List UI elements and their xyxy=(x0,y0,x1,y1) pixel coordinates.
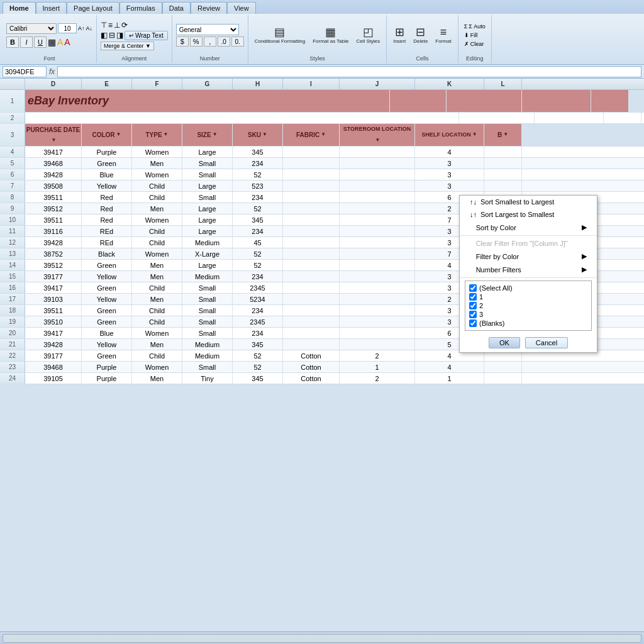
cell-13-0[interactable]: 38752 xyxy=(25,248,82,259)
cell-17-6[interactable] xyxy=(340,294,415,304)
filter-arrow-shelf[interactable]: ▼ xyxy=(472,132,477,138)
cell-11-5[interactable] xyxy=(283,226,340,236)
checkbox-blanks[interactable]: (Blanks) xyxy=(468,319,589,328)
cell-23-2[interactable]: Women xyxy=(132,362,182,372)
cell-5-7[interactable]: 3 xyxy=(415,158,484,169)
cell-20-4[interactable]: 234 xyxy=(233,328,283,338)
cell-21-0[interactable]: 39428 xyxy=(25,339,82,350)
cell-18-6[interactable] xyxy=(340,305,415,316)
cancel-button[interactable]: Cancel xyxy=(525,337,568,348)
cell-12-1[interactable]: REd xyxy=(82,237,132,248)
cell-7-5[interactable] xyxy=(283,180,340,191)
cell-9-3[interactable]: Large xyxy=(182,203,233,214)
tab-insert[interactable]: Insert xyxy=(36,2,67,14)
col-header-j[interactable]: J xyxy=(340,79,415,89)
cell-15-5[interactable] xyxy=(283,271,340,282)
cell-4-6[interactable] xyxy=(340,147,415,157)
checkbox-3[interactable]: 3 xyxy=(468,310,589,319)
cell-8-3[interactable]: Small xyxy=(182,192,233,203)
col-header-f[interactable]: F xyxy=(132,79,182,89)
cell-4-2[interactable]: Women xyxy=(132,147,182,157)
cell-21-3[interactable]: Medium xyxy=(182,339,233,350)
cell-19-5[interactable] xyxy=(283,316,340,327)
checkbox-3-input[interactable] xyxy=(469,311,477,318)
cell-16-5[interactable] xyxy=(283,282,340,293)
cell-9-0[interactable]: 39512 xyxy=(25,203,82,214)
cell-22-2[interactable]: Child xyxy=(132,350,182,361)
cell-18-3[interactable]: Small xyxy=(182,305,233,316)
col-header-k[interactable]: K xyxy=(415,79,484,89)
cell-19-4[interactable]: 2345 xyxy=(233,316,283,327)
col-header-g[interactable]: G xyxy=(182,79,233,89)
align-bottom-btn[interactable]: ⊥ xyxy=(114,21,120,30)
col-header-d[interactable]: D xyxy=(25,79,82,89)
cell-12-5[interactable] xyxy=(283,237,340,248)
font-size-decrease-btn[interactable]: A↓ xyxy=(86,25,93,31)
cell-6-2[interactable]: Women xyxy=(132,169,182,180)
cell-24-0[interactable]: 39105 xyxy=(25,373,82,384)
percent-btn[interactable]: % xyxy=(190,36,203,47)
cell-17-3[interactable]: Small xyxy=(182,294,233,304)
fill-btn[interactable]: ⬇ Fill xyxy=(462,31,487,39)
cell-23-8[interactable] xyxy=(484,362,522,372)
cell-16-2[interactable]: Child xyxy=(132,282,182,293)
comma-btn[interactable]: , xyxy=(204,36,216,47)
cell-22-6[interactable]: 2 xyxy=(340,350,415,361)
cell-11-2[interactable]: Child xyxy=(132,226,182,236)
cell-9-6[interactable] xyxy=(340,203,415,214)
cell-22-1[interactable]: Green xyxy=(82,350,132,361)
cell-10-5[interactable] xyxy=(283,214,340,225)
merge-center-button[interactable]: Merge & Center ▼ xyxy=(101,42,154,50)
font-family-select[interactable]: Calibri xyxy=(6,23,57,34)
cell-10-0[interactable]: 39511 xyxy=(25,214,82,225)
tab-home[interactable]: Home xyxy=(3,2,36,14)
cell-19-3[interactable]: Small xyxy=(182,316,233,327)
cell-12-0[interactable]: 39428 xyxy=(25,237,82,248)
align-right-btn[interactable]: ◨ xyxy=(116,31,123,40)
cell-13-5[interactable] xyxy=(283,248,340,259)
cell-20-5[interactable] xyxy=(283,328,340,338)
sort-desc-item[interactable]: ↓↑ Sort Largest to Smallest xyxy=(460,208,597,221)
cell-16-0[interactable]: 39417 xyxy=(25,282,82,293)
checkbox-select-all[interactable]: (Select All) xyxy=(468,284,589,292)
cell-23-4[interactable]: 52 xyxy=(233,362,283,372)
cell-15-2[interactable]: Men xyxy=(132,271,182,282)
cell-10-1[interactable]: Red xyxy=(82,214,132,225)
cell-4-3[interactable]: Large xyxy=(182,147,233,157)
tab-review[interactable]: Review xyxy=(191,2,227,14)
cell-23-5[interactable]: Cotton xyxy=(283,362,340,372)
cell-11-0[interactable]: 39116 xyxy=(25,226,82,236)
cell-15-6[interactable] xyxy=(340,271,415,282)
align-top-btn[interactable]: ⊤ xyxy=(101,21,107,30)
wrap-text-button[interactable]: ↵ Wrap Text xyxy=(125,31,168,40)
cell-21-4[interactable]: 345 xyxy=(233,339,283,350)
font-size-increase-btn[interactable]: A↑ xyxy=(78,25,85,31)
cell-6-0[interactable]: 39428 xyxy=(25,169,82,180)
cell-20-3[interactable]: Small xyxy=(182,328,233,338)
formula-input[interactable] xyxy=(57,66,641,77)
filter-arrow-color[interactable]: ▼ xyxy=(116,132,121,138)
cell-14-4[interactable]: 52 xyxy=(233,260,283,270)
tab-page-layout[interactable]: Page Layout xyxy=(67,2,119,14)
cell-18-5[interactable] xyxy=(283,305,340,316)
cell-17-4[interactable]: 5234 xyxy=(233,294,283,304)
cell-23-3[interactable]: Small xyxy=(182,362,233,372)
cell-9-2[interactable]: Men xyxy=(132,203,182,214)
cell-5-1[interactable]: Green xyxy=(82,158,132,169)
sort-asc-item[interactable]: ↑↓ Sort Smallest to Largest xyxy=(460,196,597,208)
align-left-btn[interactable]: ◧ xyxy=(101,31,108,40)
font-color-button[interactable]: A xyxy=(64,37,70,47)
cell-7-6[interactable] xyxy=(340,180,415,191)
cell-16-3[interactable]: Small xyxy=(182,282,233,293)
number-format-select[interactable]: General Number Currency Date xyxy=(176,24,239,35)
cell-8-5[interactable] xyxy=(283,192,340,203)
cell-7-1[interactable]: Yellow xyxy=(82,180,132,191)
cell-18-0[interactable]: 39511 xyxy=(25,305,82,316)
cell-23-6[interactable]: 1 xyxy=(340,362,415,372)
cell-21-1[interactable]: Yellow xyxy=(82,339,132,350)
cell-24-6[interactable]: 2 xyxy=(340,373,415,384)
filter-by-color-item[interactable]: - Filter by Color ▶ xyxy=(460,250,597,263)
cell-19-0[interactable]: 39510 xyxy=(25,316,82,327)
decrease-decimal-btn[interactable]: 0. xyxy=(231,36,244,47)
cell-24-2[interactable]: Men xyxy=(132,373,182,384)
